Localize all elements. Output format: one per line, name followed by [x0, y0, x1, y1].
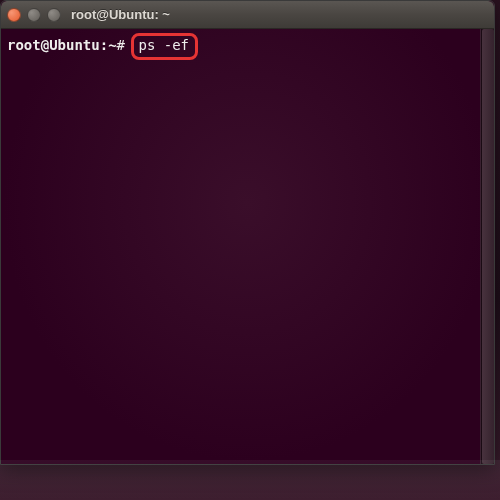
prompt-line: root@Ubuntu:~# ps -ef: [7, 33, 488, 60]
titlebar[interactable]: root@Ubuntu: ~: [1, 1, 494, 29]
close-icon[interactable]: [7, 8, 21, 22]
maximize-icon[interactable]: [47, 8, 61, 22]
prompt-path: ~: [108, 36, 116, 55]
terminal-window: root@Ubuntu: ~ root@Ubuntu:~# ps -ef: [0, 0, 495, 465]
command-text: ps -ef: [138, 37, 189, 53]
minimize-icon[interactable]: [27, 8, 41, 22]
scroll-thumb[interactable]: [482, 29, 494, 464]
window-title: root@Ubuntu: ~: [61, 7, 488, 22]
prompt-userhost: root@Ubuntu:: [7, 36, 108, 55]
command-highlight-box: ps -ef: [131, 33, 198, 60]
window-controls: [7, 8, 61, 22]
terminal-body[interactable]: root@Ubuntu:~# ps -ef: [1, 29, 494, 464]
scrollbar[interactable]: [480, 29, 494, 464]
desktop-reflection: [0, 460, 500, 500]
